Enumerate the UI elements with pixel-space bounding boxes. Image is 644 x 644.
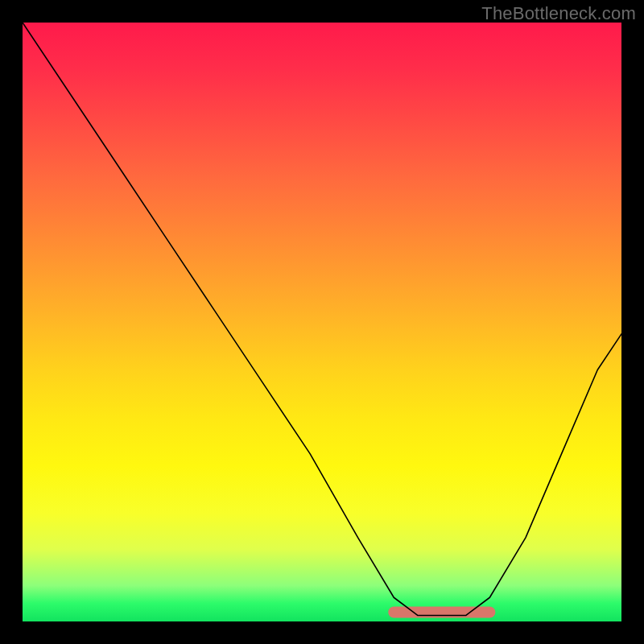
chart-frame: TheBottleneck.com xyxy=(0,0,644,644)
curve-svg xyxy=(23,23,621,621)
plot-area xyxy=(23,23,621,621)
bottleneck-curve-path xyxy=(23,23,621,616)
watermark-text: TheBottleneck.com xyxy=(481,3,636,24)
